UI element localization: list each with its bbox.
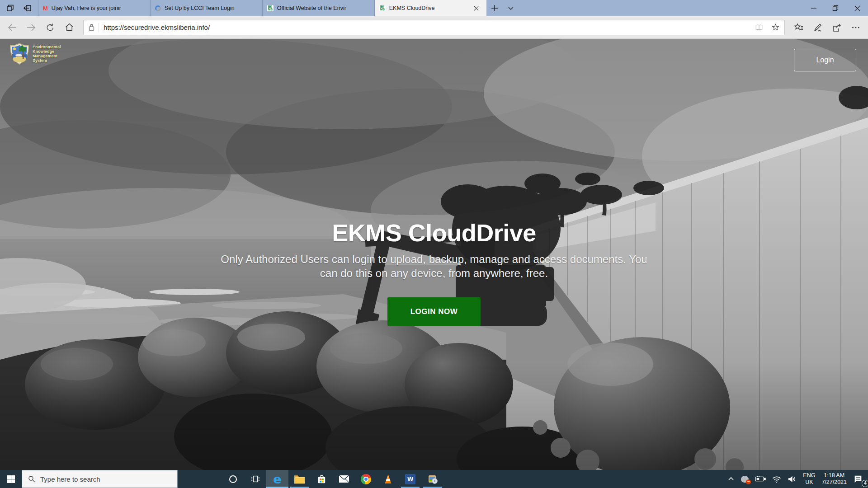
logo-line: System <box>33 58 61 63</box>
speaker-icon <box>788 475 797 483</box>
login-now-button[interactable]: LOGIN NOW <box>387 297 481 326</box>
more-icon <box>851 23 861 33</box>
tab-title: EKMS CloudDrive <box>389 5 467 11</box>
star-icon <box>771 23 780 32</box>
taskbar-edge-button[interactable]: e <box>266 470 288 488</box>
pen-icon <box>812 22 823 33</box>
tab-preview-button[interactable] <box>3 0 18 16</box>
minimize-icon <box>811 5 816 11</box>
tab-title: Ujay Vah, Here is your joinir <box>52 5 146 11</box>
ekms-favicon: EKMS <box>267 5 274 11</box>
reading-view-icon <box>755 23 764 32</box>
language-code: ENG <box>803 472 815 479</box>
tab-lcci-setup[interactable]: Set Up by LCCI Team Login <box>150 0 262 16</box>
home-icon <box>64 22 75 33</box>
set-tabs-aside-icon <box>23 4 32 13</box>
tray-chevron-button[interactable] <box>724 470 738 488</box>
lock-icon <box>88 23 95 31</box>
tray-onedrive-button[interactable] <box>738 470 752 488</box>
tab-close-button[interactable] <box>470 2 482 14</box>
tray-clock-button[interactable]: 1:18 AM 7/27/2021 <box>818 470 850 488</box>
vlc-icon <box>383 474 393 483</box>
tray-language-button[interactable]: ENG UK <box>800 470 818 488</box>
gmail-favicon: M <box>43 5 48 11</box>
taskbar-task-view-button[interactable] <box>244 470 266 488</box>
hero-title: EKMS CloudDrive <box>0 220 868 246</box>
chrome-icon <box>361 474 371 484</box>
home-button[interactable] <box>60 18 79 37</box>
more-options-button[interactable] <box>846 18 865 37</box>
tray-wifi-button[interactable] <box>769 470 784 488</box>
tab-gmail[interactable]: M Ujay Vah, Here is your joinir <box>38 0 150 16</box>
address-bar[interactable]: https://securedrive.ekmsliberia.info/ <box>83 20 785 35</box>
onedrive-paused-icon <box>741 476 749 483</box>
add-favorite-button[interactable] <box>767 21 783 34</box>
forward-icon <box>26 22 37 33</box>
tab-preview-icon <box>6 4 15 13</box>
wifi-icon <box>772 475 781 483</box>
chevron-up-icon <box>727 475 735 483</box>
notification-badge: 4 <box>862 480 868 487</box>
close-icon <box>854 5 860 11</box>
cortana-icon <box>229 475 237 483</box>
set-tabs-aside-button[interactable] <box>20 0 35 16</box>
tab-title: Set Up by LCCI Team Login <box>165 5 258 11</box>
tray-battery-button[interactable] <box>752 470 769 488</box>
plus-icon <box>491 5 498 12</box>
browser-toolbar: https://securedrive.ekmsliberia.info/ <box>0 16 868 39</box>
taskbar-chrome-button[interactable] <box>355 470 377 488</box>
close-window-button[interactable] <box>846 0 868 16</box>
search-input[interactable] <box>40 475 172 483</box>
hero-content: EKMS CloudDrive Only Authorized Users ca… <box>0 220 868 326</box>
webpage-viewport: Environmental Knowledge Management Syste… <box>0 39 868 470</box>
refresh-button[interactable] <box>41 18 60 37</box>
share-icon <box>831 22 842 33</box>
taskbar-vlc-button[interactable] <box>377 470 399 488</box>
region-code: UK <box>805 479 813 486</box>
taskbar-search[interactable] <box>22 470 178 488</box>
favorites-hub-button[interactable] <box>789 18 808 37</box>
tab-title: Official Website of the Envir <box>277 5 370 11</box>
refresh-icon <box>45 23 55 33</box>
tab-ekms-clouddrive-active[interactable]: EKMS EKMS CloudDrive <box>374 0 486 16</box>
mail-icon <box>339 474 349 483</box>
clock-time: 1:18 AM <box>824 472 844 479</box>
url-text[interactable]: https://securedrive.ekmsliberia.info/ <box>104 23 751 31</box>
tray-volume-button[interactable] <box>784 470 800 488</box>
url-divider <box>99 23 99 32</box>
reading-view-button[interactable] <box>751 21 767 34</box>
start-button[interactable] <box>0 470 22 488</box>
hero-subtitle: Only Authorized Users can login to uploa… <box>0 252 868 280</box>
taskbar-store-button[interactable] <box>311 470 333 488</box>
windows-taskbar: e W ENG UK <box>0 470 868 488</box>
close-icon <box>473 5 479 11</box>
new-tab-button[interactable] <box>486 0 503 16</box>
installer-icon <box>427 474 438 484</box>
taskbar-spacer <box>178 470 222 488</box>
tab-menu-button[interactable] <box>503 0 519 16</box>
hub-icon <box>793 22 804 33</box>
header-login-button[interactable]: Login <box>794 49 856 71</box>
share-button[interactable] <box>827 18 846 37</box>
taskbar-installer-button[interactable] <box>421 470 443 488</box>
ekms-favicon-line2: MS <box>380 8 385 11</box>
taskbar-cortana-button[interactable] <box>222 470 244 488</box>
restore-button[interactable] <box>825 0 846 16</box>
taskbar-word-button[interactable]: W <box>399 470 421 488</box>
file-explorer-icon <box>294 474 305 484</box>
logo-line: Knowledge <box>33 49 61 54</box>
tab-official-website[interactable]: EKMS Official Website of the Envir <box>262 0 374 16</box>
tab-actions <box>0 0 38 16</box>
logo-line: Environmental <box>33 45 61 49</box>
chevron-down-icon <box>508 5 514 11</box>
system-tray: ENG UK 1:18 AM 7/27/2021 4 <box>724 470 868 488</box>
action-center-button[interactable]: 4 <box>850 470 866 488</box>
hero-subtitle-line: Only Authorized Users can login to uploa… <box>0 252 868 266</box>
taskbar-file-explorer-button[interactable] <box>288 470 311 488</box>
taskbar-mail-button[interactable] <box>333 470 355 488</box>
ekms-favicon: EKMS <box>379 5 386 11</box>
minimize-button[interactable] <box>803 0 825 16</box>
back-button[interactable] <box>3 18 22 37</box>
forward-button[interactable] <box>22 18 41 37</box>
web-notes-button[interactable] <box>808 18 827 37</box>
